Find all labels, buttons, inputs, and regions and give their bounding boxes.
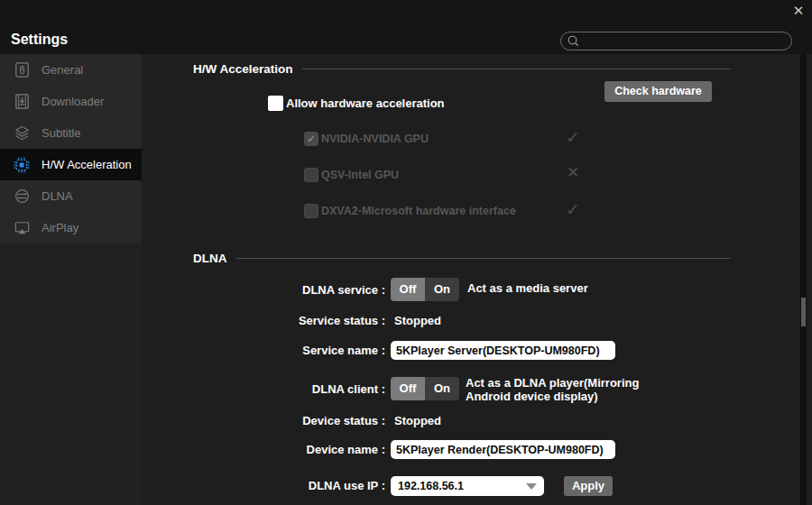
check-hardware-button[interactable]: Check hardware: [604, 81, 712, 102]
sidebar-item-label: DLNA: [42, 189, 73, 203]
airplay-icon: [12, 219, 32, 237]
content-panel: [142, 54, 812, 505]
subtitle-layers-icon: [12, 124, 32, 142]
dlna-ip-select[interactable]: 192.168.56.1: [391, 476, 544, 496]
device-status-value: Stopped: [394, 414, 441, 427]
allow-hw-label: Allow hardware acceleration: [286, 96, 445, 110]
sidebar-item-general[interactable]: General: [0, 54, 142, 86]
section-divider: [302, 69, 731, 69]
dlna-client-toggle: Off On: [391, 377, 459, 400]
settings-window: Settings ✕ General: [0, 0, 812, 505]
dlna-service-on-button[interactable]: On: [425, 278, 459, 301]
downloader-icon: [12, 93, 32, 111]
service-status-value: Stopped: [394, 314, 441, 327]
hw-section-title: H/W Acceleration: [193, 62, 293, 76]
section-divider: [236, 258, 732, 259]
gpu-option-label: DXVA2-Microsoft hardware interface: [321, 205, 516, 217]
dlna-client-description: Act as a DLNA player(Mirroring Android d…: [466, 376, 639, 403]
allow-hw-acceleration-row: Allow hardware acceleration: [268, 96, 445, 111]
chevron-down-icon: [526, 483, 537, 490]
dxva2-checkbox: [304, 204, 318, 218]
hw-section-header: H/W Acceleration: [193, 61, 731, 76]
apply-button[interactable]: Apply: [564, 476, 613, 496]
sidebar-item-subtitle[interactable]: Subtitle: [0, 117, 142, 149]
general-icon: [12, 61, 32, 79]
gpu-option-label: QSV-Intel GPU: [321, 169, 399, 181]
dlna-section-title: DLNA: [193, 252, 227, 265]
dlna-service-description: Act as a media server: [467, 281, 588, 295]
sidebar-item-label: General: [42, 63, 83, 77]
qsv-checkbox: [304, 168, 318, 182]
service-name-input[interactable]: [391, 341, 615, 360]
search-box[interactable]: [560, 32, 792, 50]
page-title: Settings: [11, 32, 68, 48]
sidebar-item-hw-acceleration[interactable]: H/W Acceleration: [0, 149, 142, 180]
dlna-service-label: DLNA service :: [193, 283, 385, 297]
dlna-client-off-button[interactable]: Off: [391, 377, 425, 400]
dlna-section-header: DLNA: [193, 251, 731, 265]
service-name-label: Service name :: [193, 344, 385, 357]
check-icon: ✓: [563, 199, 583, 220]
close-icon[interactable]: ✕: [789, 2, 808, 20]
search-icon: [567, 34, 580, 48]
gpu-option-row: DXVA2-Microsoft hardware interface: [304, 203, 516, 219]
cpu-chip-icon: [12, 156, 32, 174]
cross-icon: ✕: [563, 163, 583, 182]
dlna-use-ip-label: DLNA use IP :: [193, 479, 385, 492]
sidebar-item-downloader[interactable]: Downloader: [0, 86, 142, 117]
sidebar-item-label: AirPlay: [42, 221, 78, 234]
device-name-label: Device name :: [193, 443, 385, 456]
gpu-option-row: ✓ NVIDIA-NVIDIA GPU: [304, 131, 429, 147]
gpu-option-row: QSV-Intel GPU: [304, 167, 399, 183]
nvidia-checkbox: ✓: [304, 132, 318, 146]
sidebar-item-dlna[interactable]: DLNA: [0, 180, 142, 212]
dlna-client-label: DLNA client :: [193, 382, 385, 396]
scrollbar-track[interactable]: [800, 54, 807, 505]
sidebar-item-airplay[interactable]: AirPlay: [0, 212, 142, 243]
device-status-label: Device status :: [193, 414, 385, 427]
dlna-ip-selected-value: 192.168.56.1: [398, 480, 464, 492]
sidebar-item-label: H/W Acceleration: [42, 158, 132, 171]
scrollbar-thumb[interactable]: [801, 298, 806, 326]
check-icon: ✓: [563, 127, 583, 148]
dlna-client-description-line1: Act as a DLNA player(Mirroring: [466, 376, 639, 390]
sidebar: General Downloader Subtit: [0, 54, 142, 243]
dlna-service-off-button[interactable]: Off: [391, 278, 425, 301]
allow-hw-checkbox[interactable]: [268, 96, 283, 111]
sidebar-item-label: Downloader: [42, 95, 104, 108]
dlna-client-on-button[interactable]: On: [425, 377, 459, 400]
dlna-icon: [12, 188, 32, 206]
gpu-option-label: NVIDIA-NVIDIA GPU: [321, 133, 429, 145]
sidebar-item-label: Subtitle: [42, 126, 80, 140]
dlna-service-toggle: Off On: [391, 278, 459, 301]
device-name-input[interactable]: [391, 440, 615, 459]
service-status-label: Service status :: [193, 314, 385, 327]
dlna-client-description-line2: Android device display): [466, 390, 639, 403]
search-input[interactable]: [584, 35, 773, 48]
